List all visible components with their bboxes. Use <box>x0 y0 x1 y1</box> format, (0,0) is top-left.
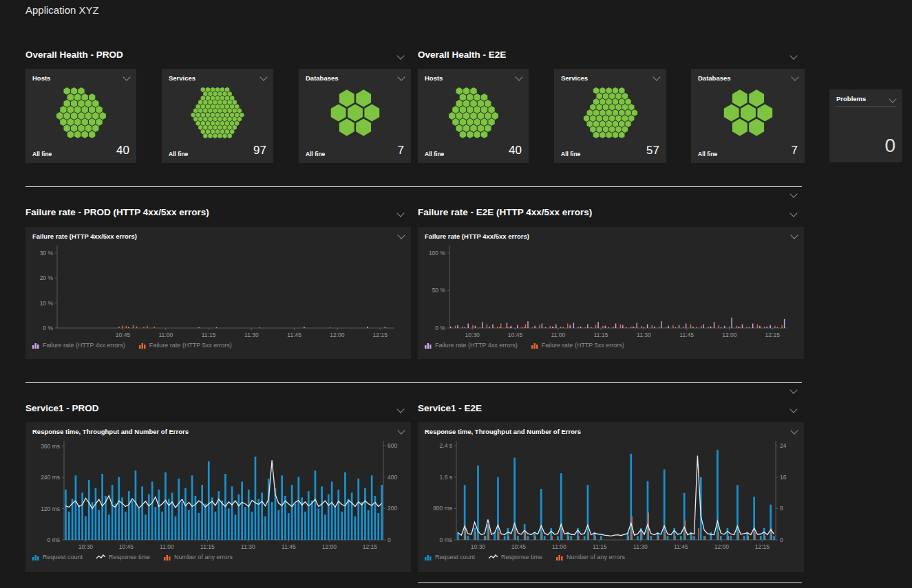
svg-text:12:00: 12:00 <box>714 543 730 550</box>
chevron-down-icon[interactable] <box>789 209 797 217</box>
problems-tile[interactable]: Problems 0 <box>829 89 902 162</box>
svg-text:0 ms: 0 ms <box>47 536 60 543</box>
svg-text:10:45: 10:45 <box>508 331 523 338</box>
svg-text:240 ms: 240 ms <box>41 474 60 481</box>
svg-text:11:45: 11:45 <box>287 331 301 338</box>
health-tile-databases-prod[interactable]: Databases All fine7 <box>299 69 411 163</box>
svg-text:100 %: 100 % <box>429 250 446 257</box>
section-header-failure-prod: Failure rate - PROD (HTTP 4xx/5xx errors… <box>25 207 209 217</box>
bar-series-icon <box>139 342 146 349</box>
svg-text:12:15: 12:15 <box>363 543 378 550</box>
service-prod-chart[interactable]: 0 ms120 ms240 ms360 ms020040060010:3010:… <box>32 435 403 551</box>
svg-text:0: 0 <box>780 536 783 543</box>
tile-title: Databases <box>306 74 339 82</box>
count-value: 97 <box>253 144 266 157</box>
svg-text:11:00: 11:00 <box>552 543 566 550</box>
service-e2e-chart-tile[interactable]: Response time, Throughput and Number of … <box>418 422 804 572</box>
status-label: All fine <box>306 151 325 157</box>
svg-text:800 ms: 800 ms <box>433 505 452 512</box>
svg-text:10:45: 10:45 <box>116 331 131 338</box>
svg-text:11:15: 11:15 <box>202 331 216 338</box>
bar-series-icon <box>32 554 39 560</box>
tile-title: Hosts <box>425 74 443 82</box>
status-label: All fine <box>32 151 52 157</box>
chevron-down-icon[interactable] <box>396 405 404 413</box>
chevron-down-icon[interactable] <box>515 73 522 80</box>
chevron-down-icon[interactable] <box>397 231 405 239</box>
svg-text:12:15: 12:15 <box>765 331 781 338</box>
chevron-down-icon[interactable] <box>397 426 405 434</box>
chevron-down-icon[interactable] <box>396 209 404 217</box>
health-tile-hosts-prod[interactable]: Hosts All fine40 <box>25 69 136 163</box>
chevron-down-icon[interactable] <box>790 426 798 434</box>
svg-text:16: 16 <box>780 474 787 481</box>
svg-text:1.6 s: 1.6 s <box>440 474 452 481</box>
chevron-down-icon[interactable] <box>789 405 797 413</box>
legend-item-response-time[interactable]: Response time <box>96 554 150 560</box>
chevron-down-icon[interactable] <box>653 73 660 80</box>
legend-item-request-count[interactable]: Request count <box>32 554 83 560</box>
chevron-down-icon[interactable] <box>791 73 798 80</box>
failure-e2e-chart[interactable]: 0 %50 %100 %10:3010:4511:0011:1511:3011:… <box>425 240 795 339</box>
section-header-failure-e2e: Failure rate - E2E (HTTP 4xx/5xx errors) <box>418 207 592 217</box>
honeycomb-services-e2e <box>570 87 651 139</box>
health-tile-services-e2e[interactable]: Services All fine57 <box>554 69 666 163</box>
chevron-down-icon[interactable] <box>123 73 130 80</box>
svg-text:50 %: 50 % <box>432 287 446 294</box>
chart-title: Response time, Throughput and Number of … <box>425 428 581 435</box>
failure-e2e-chart-tile[interactable]: Failure rate (HTTP 4xx/5xx errors) 0 %50… <box>418 227 804 359</box>
svg-text:12:00: 12:00 <box>722 331 737 338</box>
legend-item-5xx[interactable]: Failure rate (HTTP 5xx errors) <box>139 342 232 349</box>
svg-text:10:30: 10:30 <box>471 543 486 550</box>
chevron-down-icon[interactable] <box>396 52 404 59</box>
legend-item-5xx[interactable]: Failure rate (HTTP 5xx errors) <box>531 342 624 349</box>
legend-label: Response time <box>501 554 542 560</box>
chevron-down-icon[interactable] <box>789 52 797 59</box>
count-value: 7 <box>398 144 404 157</box>
svg-text:11:00: 11:00 <box>551 331 565 338</box>
count-value: 57 <box>646 144 659 157</box>
svg-text:12:00: 12:00 <box>322 543 337 550</box>
legend-item-errors[interactable]: Number of any errors <box>164 554 233 560</box>
legend-item-request-count[interactable]: Request count <box>425 554 475 560</box>
status-label: All fine <box>561 151 580 157</box>
svg-text:12:15: 12:15 <box>755 543 770 550</box>
health-tile-databases-e2e[interactable]: Databases All fine7 <box>691 69 805 163</box>
service-prod-chart-tile[interactable]: Response time, Throughput and Number of … <box>25 422 411 572</box>
chevron-down-icon[interactable] <box>889 95 896 102</box>
tile-title: Problems <box>836 95 866 102</box>
health-tile-hosts-e2e[interactable]: Hosts All fine40 <box>418 69 529 163</box>
section-header-service-prod: Service1 - PROD <box>25 403 99 413</box>
section-divider <box>418 582 802 583</box>
chevron-down-icon[interactable] <box>789 386 797 393</box>
health-tile-services-prod[interactable]: Services All fine97 <box>162 69 273 163</box>
section-divider <box>25 186 802 187</box>
svg-text:11:30: 11:30 <box>244 331 259 338</box>
chevron-down-icon[interactable] <box>789 190 797 197</box>
bar-series-icon <box>425 554 432 560</box>
svg-text:10 %: 10 % <box>40 300 54 307</box>
failure-prod-chart[interactable]: 0 %10 %20 %30 %10:4511:0011:1511:3011:45… <box>32 240 403 339</box>
service-e2e-chart[interactable]: 0 ms800 ms1.6 s2.4 s08162410:3010:4511:0… <box>425 435 795 551</box>
legend-item-errors[interactable]: Number of any errors <box>556 554 625 560</box>
bar-series-icon <box>164 554 171 560</box>
dashboard-title: Application XYZ <box>25 4 99 16</box>
bar-series-icon <box>425 342 432 349</box>
tile-title: Databases <box>698 74 731 82</box>
tile-title: Services <box>561 74 588 82</box>
section-divider <box>25 382 802 383</box>
section-header-health-e2e: Overall Health - E2E <box>418 50 506 60</box>
legend-label: Request count <box>43 554 83 560</box>
svg-text:11:45: 11:45 <box>679 331 694 338</box>
bar-series-icon <box>531 342 538 349</box>
svg-text:360 ms: 360 ms <box>41 443 60 450</box>
chevron-down-icon[interactable] <box>790 231 798 239</box>
section-header-health-prod: Overall Health - PROD <box>25 50 123 60</box>
legend-item-4xx[interactable]: Failure rate (HTTP 4xx errors) <box>425 342 518 349</box>
chevron-down-icon[interactable] <box>397 73 405 80</box>
svg-text:11:45: 11:45 <box>674 543 688 550</box>
failure-prod-chart-tile[interactable]: Failure rate (HTTP 4xx/5xx errors) 0 %10… <box>25 227 411 359</box>
legend-item-response-time[interactable]: Response time <box>489 554 542 560</box>
chevron-down-icon[interactable] <box>259 73 267 80</box>
legend-item-4xx[interactable]: Failure rate (HTTP 4xx errors) <box>32 342 125 349</box>
